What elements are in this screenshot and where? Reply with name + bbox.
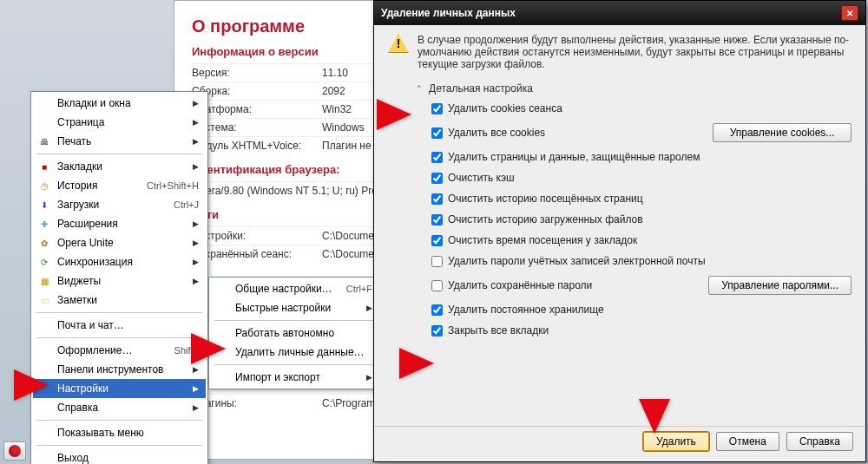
menu-separator	[36, 337, 202, 338]
detail-settings-label: Детальная настройка	[429, 82, 533, 95]
menu-shortcut: Shift+	[174, 345, 199, 356]
option-label: Удалить пароли учётных записей электронн…	[448, 255, 852, 267]
option-checkbox[interactable]	[431, 193, 443, 205]
menu-item[interactable]: 🖶Печать▶	[33, 132, 206, 151]
manage-button[interactable]: Управление паролями...	[708, 276, 852, 295]
submenu-arrow-icon: ▶	[193, 239, 199, 247]
option-label: Очистить историю загруженных файлов	[448, 213, 852, 225]
option-row: Очистить историю загруженных файлов	[414, 209, 852, 230]
option-label: Закрыть все вкладки	[448, 324, 852, 337]
menu-item[interactable]: ▭Заметки	[33, 291, 206, 310]
menu-separator	[36, 445, 202, 446]
submenu-arrow-icon: ▶	[193, 277, 199, 285]
submenu-arrow-icon: ▶	[193, 118, 199, 127]
menu-item[interactable]: Выход	[33, 448, 206, 464]
submenu-arrow-icon: ▶	[366, 304, 372, 312]
menu-icon: ⟳	[36, 256, 52, 268]
menu-item-label: Печать	[57, 135, 187, 147]
menu-item-label: Синхронизация	[57, 256, 187, 268]
submenu-item[interactable]: Импорт и экспорт▶	[211, 368, 379, 387]
menu-item-label: Расширения	[57, 218, 187, 230]
menu-item[interactable]: Показывать меню	[33, 423, 206, 442]
menu-item[interactable]: Вкладки и окна▶	[33, 94, 206, 113]
option-checkbox[interactable]	[431, 325, 443, 337]
option-label: Очистить кэш	[448, 172, 852, 184]
menu-item-label: Настройки	[57, 382, 187, 395]
option-row: Удалить пароли учётных записей электронн…	[414, 251, 852, 271]
menu-item[interactable]: ■Закладки▶	[33, 157, 206, 176]
warning-icon: !	[388, 34, 409, 53]
submenu-item-label: Удалить личные данные…	[235, 346, 372, 358]
submenu-item[interactable]: Удалить личные данные…	[211, 343, 379, 362]
menu-icon: ■	[36, 160, 52, 173]
menu-item[interactable]: Страница▶	[33, 113, 206, 132]
help-button[interactable]: Справка	[786, 432, 853, 451]
opera-icon	[9, 445, 21, 457]
menu-item[interactable]: Оформление…Shift+	[33, 341, 206, 360]
menu-item-label: Показывать меню	[57, 427, 199, 439]
dialog-titlebar[interactable]: Удаление личных данных ✕	[374, 1, 865, 25]
submenu-arrow-icon: ▶	[193, 99, 199, 108]
menu-shortcut: Ctrl+F	[346, 284, 372, 294]
menu-item-label: Загрузки	[57, 199, 168, 211]
option-checkbox[interactable]	[431, 280, 443, 291]
menu-icon: ▭	[36, 294, 52, 306]
submenu-arrow-icon: ▶	[193, 137, 199, 146]
submenu-item[interactable]: Работать автономно	[211, 323, 379, 343]
option-label: Очистить время посещения у закладок	[448, 234, 852, 246]
menu-item-label: Заметки	[57, 294, 199, 306]
option-row: Удалить страницы и данные, защищённые па…	[414, 147, 852, 167]
menu-item[interactable]: Панели инструментов▶	[33, 360, 206, 379]
submenu-arrow-icon: ▶	[193, 384, 199, 393]
submenu-item-label: Быстрые настройки	[235, 302, 361, 314]
menu-item[interactable]: ✚Расширения▶	[33, 214, 206, 233]
settings-submenu[interactable]: Общие настройки…Ctrl+FБыстрые настройки▶…	[208, 277, 382, 389]
dialog-title: Удаление личных данных	[381, 7, 516, 19]
manage-button[interactable]: Управление cookies...	[713, 123, 852, 142]
menu-item[interactable]: Почта и чат…	[33, 316, 206, 335]
submenu-item[interactable]: Быстрые настройки▶	[211, 298, 379, 317]
submenu-item[interactable]: Общие настройки…Ctrl+F	[211, 279, 379, 298]
option-checkbox[interactable]	[431, 152, 443, 163]
warning-text: В случае продолжения будут выполнены дей…	[418, 34, 852, 70]
menu-shortcut: Ctrl+Shift+H	[147, 180, 199, 191]
option-checkbox[interactable]	[431, 173, 443, 184]
menu-item[interactable]: Настройки▶	[33, 379, 206, 398]
option-checkbox[interactable]	[431, 103, 443, 114]
menu-item[interactable]: ⬇ЗагрузкиCtrl+J	[33, 195, 206, 214]
delete-private-data-dialog: Удаление личных данных ✕ ! В случае прод…	[373, 0, 866, 462]
submenu-item-label: Общие настройки…	[235, 283, 341, 295]
main-menu[interactable]: Вкладки и окна▶Страница▶🖶Печать▶■Закладк…	[30, 91, 208, 464]
menu-separator	[36, 312, 202, 313]
menu-separator	[36, 420, 202, 421]
option-checkbox[interactable]	[431, 127, 443, 139]
menu-item-label: Почта и чат…	[57, 319, 199, 331]
menu-item-label: Оформление…	[57, 344, 169, 356]
delete-button[interactable]: Удалить	[643, 432, 709, 451]
option-checkbox[interactable]	[431, 304, 443, 316]
menu-item[interactable]: ✿Opera Unite▶	[33, 233, 206, 252]
option-checkbox[interactable]	[431, 256, 443, 267]
menu-icon: ⬇	[36, 199, 52, 211]
opera-menu-button[interactable]	[3, 441, 26, 461]
option-label: Удалить постоянное хранилище	[448, 304, 852, 316]
option-row: Удалить постоянное хранилище	[414, 299, 852, 320]
menu-item-label: Вкладки и окна	[57, 97, 187, 109]
submenu-arrow-icon: ▶	[193, 365, 199, 374]
close-icon[interactable]: ✕	[841, 5, 858, 21]
menu-item[interactable]: ◷ИсторияCtrl+Shift+H	[33, 176, 206, 195]
option-checkbox[interactable]	[431, 235, 443, 246]
menu-icon: ✚	[36, 218, 52, 230]
menu-item[interactable]: ⟳Синхронизация▶	[33, 252, 206, 271]
menu-item[interactable]: Справка▶	[33, 398, 206, 417]
option-label: Удалить все cookies	[448, 127, 713, 139]
option-row: Удалить cookies сеанса	[414, 98, 852, 119]
option-checkbox[interactable]	[431, 214, 443, 225]
cancel-button[interactable]: Отмена	[716, 432, 779, 451]
menu-item[interactable]: ▦Виджеты▶	[33, 271, 206, 291]
menu-icon: ▦	[36, 275, 52, 287]
menu-item-label: Панели инструментов	[57, 363, 187, 376]
submenu-arrow-icon: ▶	[193, 258, 199, 266]
detail-settings-toggle[interactable]: ⌃ Детальная настройка	[414, 79, 852, 98]
option-label: Удалить cookies сеанса	[448, 102, 852, 114]
